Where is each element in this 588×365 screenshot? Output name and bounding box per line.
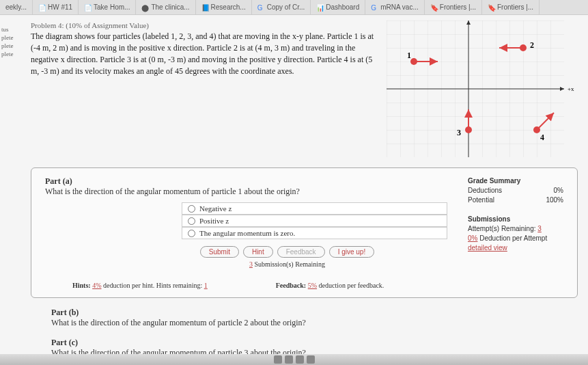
svg-text:3: 3 <box>457 128 461 137</box>
submit-button[interactable]: Submit <box>200 246 239 258</box>
tab-6[interactable]: 📊Dashboard <box>311 0 365 14</box>
radio-1[interactable] <box>188 217 195 225</box>
problem-body: The diagram shows four particles (labele… <box>31 31 376 77</box>
hints-info: Hints: 4% deduction per hint. Hints rema… <box>72 282 208 289</box>
frontiers-icon: 🔖 <box>488 4 494 11</box>
dock-app-icon[interactable] <box>285 355 293 364</box>
submissions-title: Submissions <box>468 215 510 223</box>
grade-summary: Grade Summary Deductions0% Potential100%… <box>468 176 563 289</box>
tab-4[interactable]: 📘Research... <box>196 0 252 14</box>
problem-title: Problem 4: (10% of Assignment Value) <box>31 21 376 31</box>
doc-icon: 📄 <box>38 4 45 11</box>
action-buttons: Submit Hint Feedback I give up! <box>127 246 447 258</box>
tab-1[interactable]: 📄HW #11 <box>33 0 79 14</box>
radio-2[interactable] <box>188 230 195 237</box>
axis-x-label: +x <box>568 85 574 92</box>
tab-3[interactable]: ⬤The clinica... <box>136 0 195 14</box>
tab-2[interactable]: 📄Take Hom... <box>79 0 136 14</box>
part-a-label: Part (a) <box>45 176 72 186</box>
doc-icon: 📘 <box>201 4 208 11</box>
problem-statement: Problem 4: (10% of Assignment Value) The… <box>31 21 376 157</box>
tab-0[interactable]: eekly... <box>0 0 33 14</box>
dash-icon: 📊 <box>316 4 323 11</box>
dock-app-icon[interactable] <box>307 355 315 364</box>
part-a-question: What is the direction of the angular mom… <box>45 187 447 197</box>
tab-8[interactable]: 🔖Frontiers |... <box>425 0 482 14</box>
physics-diagram: +x 1 2 3 4 <box>387 21 578 157</box>
g-icon: G <box>257 4 264 11</box>
option-positive-z[interactable]: Positive z <box>182 215 447 227</box>
option-zero[interactable]: The angular momentum is zero. <box>182 227 447 239</box>
mac-dock[interactable] <box>0 354 588 365</box>
hint-button[interactable]: Hint <box>243 246 273 258</box>
tab-9[interactable]: 🔖Frontiers |... <box>482 0 540 14</box>
part-b: Part (b) What is the direction of the an… <box>51 308 578 328</box>
svg-text:4: 4 <box>540 133 544 142</box>
feedback-button[interactable]: Feedback <box>277 246 325 258</box>
option-negative-z[interactable]: Negative z <box>182 202 447 215</box>
giveup-button[interactable]: I give up! <box>329 246 375 258</box>
dock-app-icon[interactable] <box>296 355 304 364</box>
dock-app-icon[interactable] <box>274 355 282 364</box>
part-a-box: Part (a) What is the direction of the an… <box>31 167 578 298</box>
main-content: Problem 4: (10% of Assignment Value) The… <box>24 15 588 365</box>
options-list: Negative z Positive z The angular moment… <box>182 202 447 239</box>
radio-0[interactable] <box>188 205 195 213</box>
browser-tabs: eekly... 📄HW #11 📄Take Hom... ⬤The clini… <box>0 0 588 15</box>
status-sidebar: tus plete plete plete <box>0 15 20 58</box>
detailed-view-link[interactable]: detailed view <box>468 243 563 253</box>
svg-text:1: 1 <box>407 51 411 60</box>
tab-5[interactable]: GCopy of Cr... <box>252 0 311 14</box>
doc-icon: 📄 <box>84 4 91 11</box>
tab-7[interactable]: GmRNA vac... <box>365 0 425 14</box>
hints-feedback-row: Hints: 4% deduction per hint. Hints rema… <box>72 282 447 289</box>
feedback-info: Feedback: 5% deduction per feedback. <box>276 282 384 289</box>
submissions-remaining: 3 Submission(s) Remaining <box>127 260 447 268</box>
circle-icon: ⬤ <box>141 4 148 11</box>
g-icon: G <box>371 4 378 11</box>
frontiers-icon: 🔖 <box>430 4 437 11</box>
svg-text:2: 2 <box>530 40 534 50</box>
grade-title: Grade Summary <box>468 177 520 185</box>
